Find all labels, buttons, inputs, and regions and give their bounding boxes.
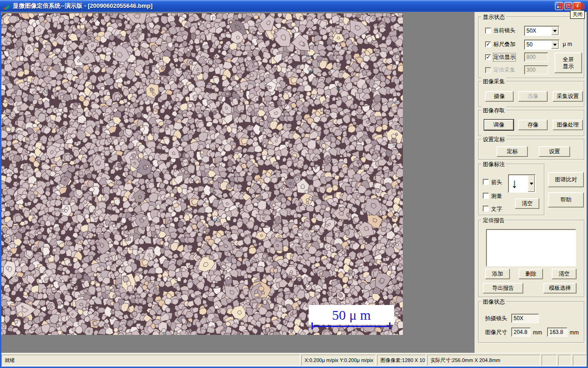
group-capture: 图像采集 摄像 冻像 采集设置 [478, 81, 584, 107]
group-report: 定倍报告 添加 删除 清空 导出报告 模板选择 [478, 220, 584, 297]
scale-bar-tick-left [311, 322, 313, 329]
fixed-capture-checkbox [485, 67, 491, 73]
image-processing-button[interactable]: 图像处理 [553, 120, 583, 130]
micrograph-area[interactable]: 50 μ m [1, 13, 403, 335]
status-ready: 就绪 [1, 355, 300, 366]
arrow-label: 箭头 [491, 178, 502, 186]
minimize-icon [557, 6, 561, 8]
group-title: 设置定标 [481, 136, 506, 144]
annotation-clear-button[interactable]: 清空 [515, 198, 539, 209]
restore-button[interactable] [564, 2, 572, 10]
micrograph-image[interactable] [1, 13, 403, 335]
fixed-display-label: 定倍显示 [493, 53, 515, 61]
load-image-button[interactable]: 调像 [484, 120, 514, 130]
text-label: 文字 [491, 205, 502, 213]
measure-checkbox[interactable] [483, 193, 489, 199]
status-bar: 就绪 X:0.200μ m/pix Y:0.200μ m/pix 图像像素:12… [1, 353, 587, 367]
settings-button[interactable]: 设置 [539, 146, 570, 157]
group-title: 图像状态 [481, 298, 506, 306]
scale-bar-line [311, 326, 390, 327]
window-title: 显微图像定倍系统--演示版 - [20090602055646.bmp] [13, 2, 153, 10]
group-title: 图像存取 [481, 107, 506, 115]
scale-value-combo[interactable]: 50 [524, 40, 560, 50]
scale-unit-label: μ m [563, 41, 572, 47]
image-width-field: 204.8 [511, 328, 531, 337]
fullscreen-button[interactable]: 全屏 显示 [554, 52, 582, 73]
freeze-button: 冻像 [518, 91, 548, 102]
fixed-capture-field: 300 [524, 65, 548, 75]
lens-label: 拍摄镜头 [485, 315, 507, 322]
status-actual-size: 实际尺寸:256.0mm X 204.8mm [427, 355, 540, 366]
capture-button[interactable]: 摄像 [485, 91, 514, 102]
status-empty-1 [542, 355, 557, 366]
app-icon [3, 2, 11, 10]
current-lens-value: 50X [526, 28, 536, 34]
status-pixel-scale: X:0.200μ m/pix Y:0.200μ m/pix [301, 355, 376, 366]
template-select-button[interactable]: 模板选择 [543, 283, 577, 293]
help-button[interactable]: 帮助 [548, 192, 584, 207]
image-viewport-background: 50 μ m 显示状态 当前镜头 50X 标尺叠加 50 [1, 12, 587, 353]
scale-bar-label: 50 μ m [309, 305, 394, 325]
status-empty-2 [558, 355, 571, 366]
scale-overlay-checkbox[interactable] [485, 41, 491, 47]
group-title: 定倍报告 [481, 217, 506, 224]
capture-settings-button[interactable]: 采集设置 [553, 91, 583, 102]
current-lens-label: 当前镜头 [493, 27, 515, 34]
close-icon: × [573, 2, 581, 10]
chevron-down-icon [530, 183, 533, 185]
arrow-style-combo[interactable]: ↓ [508, 174, 536, 193]
image-height-field: 163.8 [547, 328, 567, 337]
measure-label: 测量 [491, 192, 502, 200]
close-tooltip: 关闭 [570, 10, 585, 19]
fullscreen-button-line2: 显示 [563, 63, 574, 70]
report-delete-button[interactable]: 删除 [519, 269, 543, 279]
title-bar: 显微图像定倍系统--演示版 - [20090602055646.bmp] × [0, 0, 588, 12]
restore-icon [566, 4, 571, 8]
group-title: 图像标注 [481, 161, 506, 168]
scale-value: 50 [526, 41, 532, 48]
fullscreen-button-line1: 全屏 [563, 56, 574, 63]
arrow-style-dropdown-button[interactable] [528, 175, 535, 192]
group-storage: 图像存取 调像 存像 图像处理 [478, 110, 584, 136]
group-title: 显示状态 [481, 13, 506, 21]
report-add-button[interactable]: 添加 [485, 269, 510, 279]
image-size-label: 图像尺寸 [485, 328, 507, 336]
text-checkbox[interactable] [483, 206, 489, 212]
control-panel: 显示状态 当前镜头 50X 标尺叠加 50 μ m 定倍显示 800 定倍采 [475, 12, 587, 353]
atlas-compare-button[interactable]: 图谱比对 [548, 172, 584, 187]
calibrate-button[interactable]: 定标 [497, 146, 528, 157]
current-lens-combo[interactable]: 50X [524, 26, 560, 36]
scale-bar-tick-right [389, 322, 390, 329]
fixed-capture-label: 定倍采集 [493, 66, 515, 74]
arrow-style-icon: ↓ [511, 176, 518, 191]
close-button[interactable]: × [573, 2, 581, 10]
group-title: 图像采集 [481, 78, 506, 86]
chevron-down-icon [553, 44, 557, 46]
save-image-button[interactable]: 存像 [518, 120, 548, 130]
export-report-button[interactable]: 导出报告 [483, 283, 523, 293]
app-window: 显微图像定倍系统--演示版 - [20090602055646.bmp] × 普… [0, 0, 588, 368]
report-listbox[interactable] [486, 229, 576, 266]
chevron-down-icon [553, 30, 557, 32]
group-display-status: 显示状态 当前镜头 50X 标尺叠加 50 μ m 定倍显示 800 定倍采 [478, 17, 584, 78]
fixed-display-checkbox[interactable] [485, 54, 491, 60]
fixed-display-field: 800 [524, 52, 548, 62]
current-lens-dropdown-button[interactable] [551, 27, 559, 35]
scale-overlay-label: 标尺叠加 [493, 40, 515, 48]
width-unit-label: mm [533, 329, 542, 336]
minimize-button[interactable] [555, 2, 563, 10]
height-unit-label: mm [570, 329, 579, 336]
current-lens-checkbox[interactable] [485, 28, 491, 34]
group-annotation: 图像标注 箭头 ↓ 测量 清空 文字 [478, 164, 544, 215]
lens-value-field: 50X [511, 314, 539, 323]
arrow-checkbox[interactable] [483, 179, 489, 185]
group-image-status: 图像状态 拍摄镜头 50X 图像尺寸 204.8 mm 163.8 mm [478, 301, 584, 343]
group-calibration: 设置定标 定标 设置 [478, 139, 584, 160]
scale-dropdown-button[interactable] [551, 40, 559, 49]
status-image-pixels: 图像像素:1280 X 1024 [377, 355, 426, 366]
report-clear-button[interactable]: 清空 [552, 269, 577, 279]
status-empty-3 [573, 355, 587, 366]
